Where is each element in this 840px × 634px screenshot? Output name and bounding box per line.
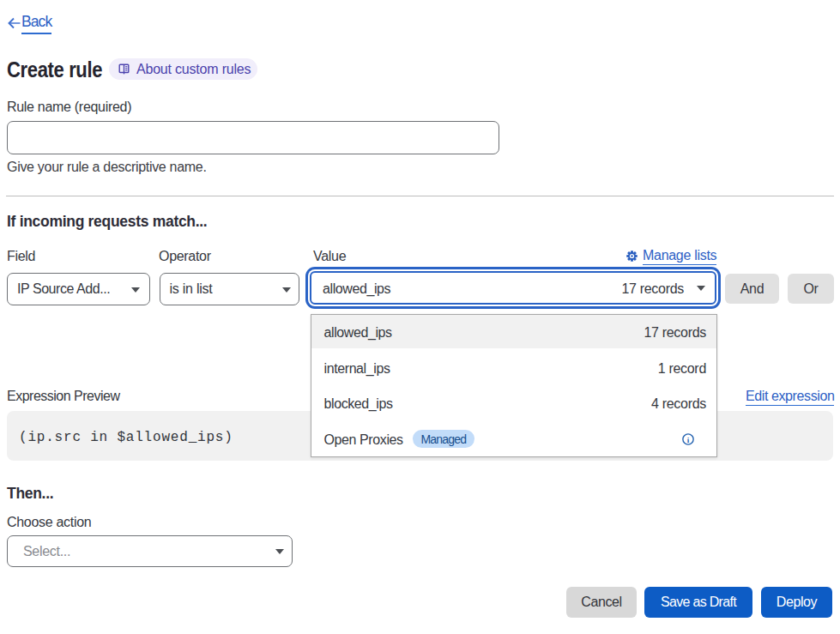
svg-text:i: i bbox=[687, 436, 690, 444]
